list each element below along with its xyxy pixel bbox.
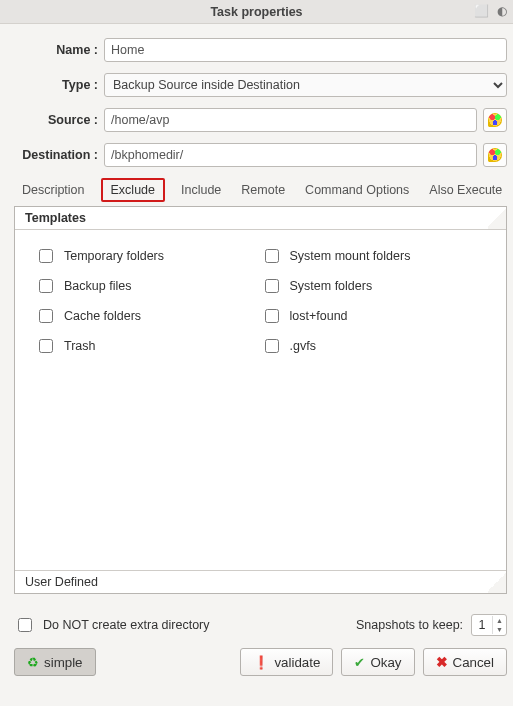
- recycle-icon: ♻: [27, 655, 39, 670]
- destination-browse-button[interactable]: [483, 143, 507, 167]
- btn-label: validate: [274, 655, 320, 670]
- checkbox[interactable]: [39, 339, 53, 353]
- chk-label: Do NOT create extra directory: [43, 618, 210, 632]
- chk-backup-files[interactable]: Backup files: [35, 276, 261, 296]
- window-restore-icon[interactable]: ⬜: [474, 4, 489, 18]
- tab-command-options[interactable]: Command Options: [301, 178, 413, 202]
- chk-label: System mount folders: [290, 249, 411, 263]
- titlebar: Task properties ⬜ ◐: [0, 0, 513, 24]
- chk-system-folders[interactable]: System folders: [261, 276, 487, 296]
- validate-button[interactable]: ❗ validate: [240, 648, 333, 676]
- source-browse-button[interactable]: [483, 108, 507, 132]
- snapshots-spinner[interactable]: 1 ▲ ▼: [471, 614, 507, 636]
- destination-label: Destination :: [14, 148, 104, 162]
- row-source: Source :: [14, 108, 507, 132]
- chk-label: .gvfs: [290, 339, 316, 353]
- dialog-content: Name : Type : Backup Source inside Desti…: [0, 24, 513, 682]
- btn-label: Cancel: [453, 655, 495, 670]
- tab-description[interactable]: Description: [18, 178, 89, 202]
- name-input[interactable]: [104, 38, 507, 62]
- chk-trash[interactable]: Trash: [35, 336, 261, 356]
- tab-exclude[interactable]: Exclude: [101, 178, 165, 202]
- chk-label: System folders: [290, 279, 373, 293]
- checkbox[interactable]: [265, 309, 279, 323]
- btn-label: Okay: [370, 655, 401, 670]
- window-title: Task properties: [210, 5, 302, 19]
- templates-col-left: Temporary folders Backup files Cache fol…: [35, 246, 261, 366]
- palette-icon: [488, 148, 502, 162]
- destination-input[interactable]: [104, 143, 477, 167]
- chk-label: Backup files: [64, 279, 131, 293]
- checkbox[interactable]: [265, 249, 279, 263]
- checkbox[interactable]: [18, 618, 32, 632]
- window-controls: ⬜ ◐: [474, 4, 507, 18]
- row-name: Name :: [14, 38, 507, 62]
- chk-lost-found[interactable]: lost+found: [261, 306, 487, 326]
- spinner-up-icon[interactable]: ▲: [493, 616, 506, 625]
- tab-remote[interactable]: Remote: [237, 178, 289, 202]
- chk-label: lost+found: [290, 309, 348, 323]
- source-label: Source :: [14, 113, 104, 127]
- window-maximize-icon[interactable]: ◐: [497, 4, 507, 18]
- chk-label: Cache folders: [64, 309, 141, 323]
- user-defined-heading: User Defined: [15, 570, 506, 593]
- spinner-down-icon[interactable]: ▼: [493, 625, 506, 634]
- tab-include[interactable]: Include: [177, 178, 225, 202]
- exclude-frame: Templates Temporary folders Backup files…: [14, 206, 507, 594]
- checkbox[interactable]: [39, 279, 53, 293]
- type-select[interactable]: Backup Source inside Destination: [104, 73, 507, 97]
- snapshots-label: Snapshots to keep:: [356, 618, 463, 632]
- check-icon: ✔: [354, 655, 365, 670]
- chk-cache-folders[interactable]: Cache folders: [35, 306, 261, 326]
- info-icon: ❗: [253, 655, 269, 670]
- tab-also-execute[interactable]: Also Execute: [425, 178, 506, 202]
- chk-label: Temporary folders: [64, 249, 164, 263]
- simple-button[interactable]: ♻ simple: [14, 648, 96, 676]
- palette-icon: [488, 113, 502, 127]
- button-row: ♻ simple ❗ validate ✔ Okay ✖ Cancel: [14, 648, 507, 676]
- cancel-button[interactable]: ✖ Cancel: [423, 648, 508, 676]
- chk-gvfs[interactable]: .gvfs: [261, 336, 487, 356]
- chk-temp-folders[interactable]: Temporary folders: [35, 246, 261, 266]
- bottom-row: Do NOT create extra directory Snapshots …: [14, 614, 507, 636]
- source-input[interactable]: [104, 108, 477, 132]
- checkbox[interactable]: [265, 339, 279, 353]
- tabs: Description Exclude Include Remote Comma…: [14, 178, 507, 202]
- name-label: Name :: [14, 43, 104, 57]
- btn-label: simple: [44, 655, 83, 670]
- chk-system-mount[interactable]: System mount folders: [261, 246, 487, 266]
- row-destination: Destination :: [14, 143, 507, 167]
- row-type: Type : Backup Source inside Destination: [14, 73, 507, 97]
- templates-heading: Templates: [15, 207, 506, 230]
- okay-button[interactable]: ✔ Okay: [341, 648, 414, 676]
- templates-col-right: System mount folders System folders lost…: [261, 246, 487, 366]
- checkbox[interactable]: [39, 309, 53, 323]
- snapshots-value[interactable]: 1: [472, 618, 492, 632]
- type-label: Type :: [14, 78, 104, 92]
- templates-area: Temporary folders Backup files Cache fol…: [15, 230, 506, 382]
- chk-no-extra-dir[interactable]: Do NOT create extra directory: [14, 615, 210, 635]
- checkbox[interactable]: [39, 249, 53, 263]
- cancel-icon: ✖: [436, 654, 448, 670]
- chk-label: Trash: [64, 339, 96, 353]
- checkbox[interactable]: [265, 279, 279, 293]
